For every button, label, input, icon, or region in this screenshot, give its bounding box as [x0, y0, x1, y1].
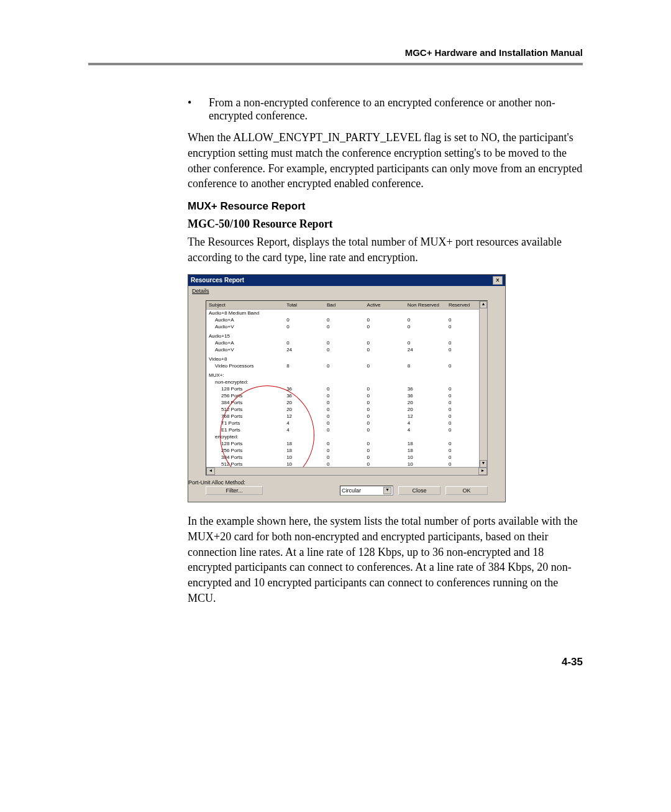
row-value: 18: [284, 447, 324, 454]
table-row[interactable]: 768 Ports1200120: [206, 413, 487, 420]
table-row[interactable]: 256 Ports1800180: [206, 447, 487, 454]
doc-header-title: MGC+ Hardware and Installation Manual: [88, 47, 583, 58]
row-value: 0: [365, 420, 405, 427]
resources-grid[interactable]: SubjectTotalBadActiveNon ReservedReserve…: [206, 300, 488, 476]
table-row[interactable]: non-encrypted:: [206, 379, 487, 385]
row-subject: Video+8: [206, 356, 284, 362]
bullet-text: From a non-encrypted conference to an en…: [209, 96, 583, 122]
row-value: 0: [324, 346, 365, 353]
row-value: 36: [284, 385, 324, 392]
ok-button[interactable]: OK: [445, 486, 488, 495]
row-value: 20: [405, 406, 446, 413]
row-subject: 128 Ports: [206, 385, 284, 392]
row-value: 4: [284, 427, 324, 433]
row-value: 18: [405, 440, 446, 447]
scroll-left-icon[interactable]: ◄: [206, 468, 215, 475]
row-value: [405, 372, 446, 379]
row-subject: encrypted:: [206, 433, 284, 440]
row-value: 0: [365, 454, 405, 461]
row-value: [365, 309, 405, 316]
close-button[interactable]: Close: [398, 486, 440, 495]
table-row[interactable]: 128 Ports1800180: [206, 440, 487, 447]
header-rule: [88, 63, 583, 65]
table-row[interactable]: Video+8: [206, 356, 487, 362]
table-row[interactable]: Audio+15: [206, 333, 487, 339]
row-value: 0: [324, 385, 365, 392]
grid-col-header[interactable]: Bad: [324, 301, 365, 310]
table-row[interactable]: T1 Ports40040: [206, 420, 487, 427]
row-value: 0: [365, 323, 405, 330]
row-subject: 512 Ports: [206, 406, 284, 413]
row-value: 12: [284, 413, 324, 420]
row-subject: 256 Ports: [206, 392, 284, 399]
row-value: 24: [284, 346, 324, 353]
row-value: [365, 356, 405, 362]
row-subject: MUX+:: [206, 372, 284, 379]
row-value: [324, 333, 365, 339]
table-row[interactable]: 384 Ports2000200: [206, 399, 487, 406]
row-value: 10: [284, 454, 324, 461]
row-value: 4: [284, 420, 324, 427]
row-value: [405, 356, 446, 362]
alloc-method-select[interactable]: Circular ▼: [340, 486, 393, 496]
table-row[interactable]: Audio+V2400240: [206, 346, 487, 353]
filter-button[interactable]: Filter...: [206, 486, 263, 495]
row-value: [405, 309, 446, 316]
grid-col-header[interactable]: Subject: [206, 301, 284, 310]
row-value: 12: [405, 413, 446, 420]
grid-col-header[interactable]: Total: [284, 301, 324, 310]
row-value: 0: [365, 392, 405, 399]
row-subject: Audio+A: [206, 316, 284, 323]
table-row[interactable]: 384 Ports1000100: [206, 454, 487, 461]
row-subject: 256 Ports: [206, 447, 284, 454]
details-menu[interactable]: Details: [188, 286, 505, 294]
heading-mux-resource: MUX+ Resource Report: [188, 200, 583, 213]
dialog-titlebar[interactable]: Resources Report X: [188, 275, 505, 286]
row-value: 0: [405, 323, 446, 330]
row-value: 4: [405, 427, 446, 433]
scroll-up-icon[interactable]: ▲: [480, 301, 487, 308]
table-row[interactable]: encrypted:: [206, 433, 487, 440]
table-row[interactable]: MUX+:: [206, 372, 487, 379]
row-value: 36: [284, 392, 324, 399]
chevron-down-icon[interactable]: ▼: [383, 487, 391, 494]
grid-col-header[interactable]: Active: [365, 301, 405, 310]
row-value: 0: [324, 440, 365, 447]
table-row[interactable]: Audio+V00000: [206, 323, 487, 330]
row-value: 0: [365, 385, 405, 392]
scroll-right-icon[interactable]: ►: [478, 468, 487, 475]
table-row[interactable]: 128 Ports3600360: [206, 385, 487, 392]
bullet-mark: •: [188, 96, 209, 122]
row-value: 8: [284, 362, 324, 369]
row-value: [324, 433, 365, 440]
alloc-method-value: Circular: [342, 487, 361, 494]
row-value: 18: [284, 440, 324, 447]
row-value: 10: [405, 454, 446, 461]
row-value: 0: [365, 399, 405, 406]
row-value: 0: [405, 316, 446, 323]
grid-col-header[interactable]: Non Reserved: [405, 301, 446, 310]
horizontal-scrollbar[interactable]: ◄ ►: [206, 467, 487, 475]
table-row[interactable]: Audio+A00000: [206, 339, 487, 346]
row-subject: Audio+V: [206, 346, 284, 353]
row-value: 36: [405, 392, 446, 399]
bullet-item: • From a non-encrypted conference to an …: [188, 96, 583, 122]
table-row[interactable]: 256 Ports3600360: [206, 392, 487, 399]
row-value: [324, 356, 365, 362]
table-row[interactable]: Audio+8 Medium Band: [206, 309, 487, 316]
row-value: 0: [365, 316, 405, 323]
row-value: 0: [365, 406, 405, 413]
row-value: 36: [405, 385, 446, 392]
row-value: 0: [365, 440, 405, 447]
row-value: 0: [365, 362, 405, 369]
para-resources-intro: The Resources Report, displays the total…: [188, 234, 583, 265]
row-value: 0: [284, 323, 324, 330]
table-row[interactable]: 512 Ports2000200: [206, 406, 487, 413]
table-row[interactable]: Audio+A00000: [206, 316, 487, 323]
table-row[interactable]: E1 Ports40040: [206, 427, 487, 433]
row-value: 20: [284, 406, 324, 413]
row-value: 0: [365, 427, 405, 433]
table-row[interactable]: Video Processors80080: [206, 362, 487, 369]
close-icon[interactable]: X: [493, 276, 503, 285]
vertical-scrollbar[interactable]: ▲ ▼: [479, 301, 487, 468]
